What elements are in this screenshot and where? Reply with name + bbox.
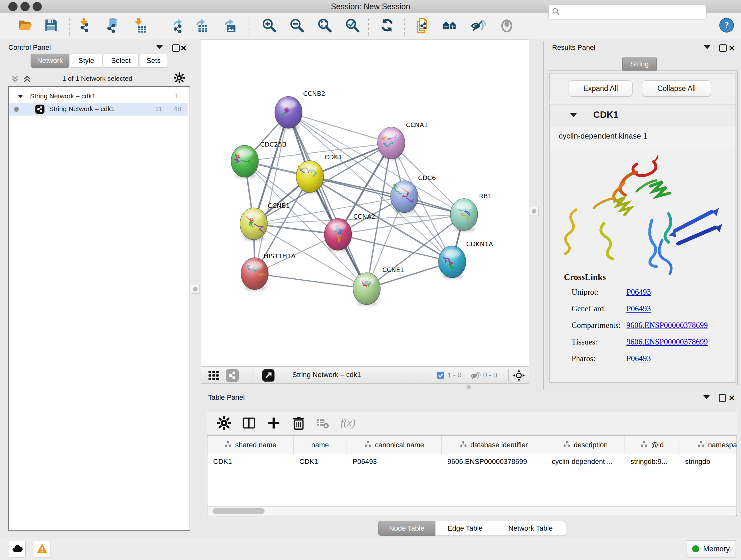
horizontal-splitter-handle[interactable] (467, 385, 471, 389)
tab-edge-table[interactable]: Edge Table (435, 521, 495, 536)
export-network-button[interactable] (169, 17, 187, 35)
tree-row-collection[interactable]: String Network – cdk1 1 (9, 90, 188, 103)
tab-node-table[interactable]: Node Table (378, 521, 435, 536)
memory-status-icon (692, 545, 699, 552)
network-graph: CCNB2 CCNA1 CDC25B CDK1 CDC6 (201, 40, 529, 366)
birds-eye-view-icon[interactable] (513, 369, 525, 383)
protein-header-row[interactable]: CDK1 (550, 105, 736, 127)
network-view-title: String Network – cdk1 (292, 371, 361, 379)
memory-button[interactable]: Memory (686, 540, 736, 557)
network-canvas[interactable]: CCNB2 CCNA1 CDC25B CDK1 CDC6 (201, 39, 529, 367)
tab-network[interactable]: Network (30, 54, 69, 68)
tab-network-table[interactable]: Network Table (495, 521, 566, 536)
network-node-CDKN1A[interactable]: CDKN1A (439, 240, 493, 279)
table-panel-menu-icon[interactable] (703, 395, 710, 399)
control-panel-menu-icon[interactable] (156, 45, 163, 49)
network-edge[interactable] (255, 273, 367, 289)
string-tab-icon[interactable] (225, 368, 239, 384)
column-label: shared name (235, 441, 276, 449)
collapse-all-icon[interactable] (10, 74, 20, 85)
table-row[interactable]: CDK1CDK1P064939606.ENSP00000378699cyclin… (207, 454, 737, 469)
table-horizontal-scrollbar[interactable] (207, 506, 736, 516)
network-node-CCNE1[interactable]: CCNE1 (353, 266, 404, 306)
tree-expander-icon[interactable] (18, 95, 23, 98)
collapse-all-button[interactable]: Collapse All (642, 80, 711, 97)
crosslink-label: Uniprot: (571, 288, 599, 297)
export-image-button[interactable] (220, 17, 239, 35)
help-button[interactable]: ? (719, 17, 735, 35)
results-panel-close-button[interactable]: × (729, 45, 735, 51)
left-splitter-handle[interactable] (191, 285, 200, 294)
node-label: CCNA1 (406, 121, 428, 129)
table-panel-close-button[interactable]: × (729, 395, 735, 401)
network-node-CCNB1[interactable]: CCNB1 (240, 202, 290, 241)
zoom-out-button[interactable] (287, 17, 306, 35)
right-splitter-handle[interactable] (530, 207, 539, 216)
selected-checkbox-icon[interactable] (436, 371, 445, 381)
warnings-button[interactable] (34, 541, 51, 557)
tab-style[interactable]: Style (70, 54, 103, 68)
control-panel-float-button[interactable] (172, 44, 180, 52)
import-network-database-button[interactable] (103, 17, 122, 35)
grid-view-icon[interactable] (207, 368, 221, 384)
results-panel-menu-icon[interactable] (704, 45, 711, 49)
crosslink-value-link[interactable]: P06493 (626, 304, 651, 313)
scrollbar-thumb[interactable] (212, 508, 265, 514)
column-header--id[interactable]: @id (625, 436, 679, 454)
network-node-RB1[interactable]: RB1 (450, 192, 492, 232)
column-header-database-identifier[interactable]: database identifier (442, 436, 546, 454)
add-column-icon[interactable] (266, 416, 281, 432)
import-table-file-button[interactable] (130, 17, 149, 35)
zoom-in-button[interactable] (260, 17, 278, 35)
hide-graphics-details-button[interactable] (468, 17, 487, 35)
control-panel-close-button[interactable]: × (181, 45, 187, 51)
network-node-CCNB2[interactable]: CCNB2 (275, 90, 325, 130)
table-panel-float-button[interactable] (719, 394, 726, 401)
column-header-namespace[interactable]: namespace (679, 436, 737, 454)
crosslink-value-link[interactable]: 9606.ENSP00000378699 (626, 337, 708, 347)
expand-all-icon[interactable] (22, 74, 32, 85)
tree-collection-label: String Network – cdk1 (30, 92, 95, 100)
open-session-button[interactable] (16, 17, 35, 35)
delete-column-icon[interactable] (291, 416, 306, 432)
column-header-description[interactable]: description (546, 436, 625, 454)
network-edge[interactable] (288, 112, 367, 289)
network-edge[interactable] (288, 112, 391, 143)
clone-network-button[interactable] (414, 17, 432, 35)
protein-expander-icon[interactable] (570, 113, 577, 117)
tab-string[interactable]: String (622, 57, 657, 71)
open-external-icon[interactable] (262, 369, 275, 383)
export-table-button[interactable] (192, 17, 210, 35)
zoom-selected-button[interactable] (343, 17, 361, 35)
zoom-fit-content-button[interactable] (315, 17, 334, 35)
tab-sets[interactable]: Sets (139, 54, 168, 68)
column-header-name[interactable]: name (293, 436, 347, 454)
crosslink-value-link[interactable]: P06493 (626, 288, 651, 297)
crosslink-value-link[interactable]: 9606.ENSP00000378699 (626, 321, 708, 330)
results-panel-float-button[interactable] (719, 44, 727, 52)
search-box[interactable] (548, 5, 706, 19)
show-graphics-details-button[interactable] (497, 17, 516, 35)
network-node-CDK1[interactable]: CDK1 (296, 153, 342, 194)
column-header-shared-name[interactable]: shared name (207, 436, 293, 454)
table-settings-gear-icon[interactable] (217, 416, 231, 432)
network-options-gear-icon[interactable] (174, 72, 185, 85)
import-network-file-button[interactable] (76, 17, 94, 35)
network-node-HIST1H1A[interactable]: HIST1H1A (241, 252, 295, 291)
protein-description-row: cyclin-dependent kinase 1 (550, 127, 736, 147)
import-network-file-icon (77, 17, 93, 35)
expand-all-button[interactable]: Expand All (569, 80, 632, 97)
save-session-button[interactable] (42, 17, 60, 35)
column-header-canonical-name[interactable]: canonical name (347, 436, 442, 454)
tab-select[interactable]: Select (103, 54, 138, 68)
network-edge[interactable] (310, 177, 464, 214)
search-input[interactable] (562, 8, 703, 17)
show-columns-icon[interactable] (242, 416, 256, 432)
cloud-button[interactable] (9, 541, 25, 557)
crosslink-value-link[interactable]: P06493 (626, 354, 651, 363)
apply-preferred-layout-button[interactable] (378, 17, 396, 35)
network-edge[interactable] (255, 112, 288, 273)
tree-row-network[interactable]: String Network – cdk1 11 48 (9, 103, 188, 116)
group-nodes-button[interactable] (440, 17, 459, 35)
table-cell: stringdb:9... (625, 457, 679, 466)
